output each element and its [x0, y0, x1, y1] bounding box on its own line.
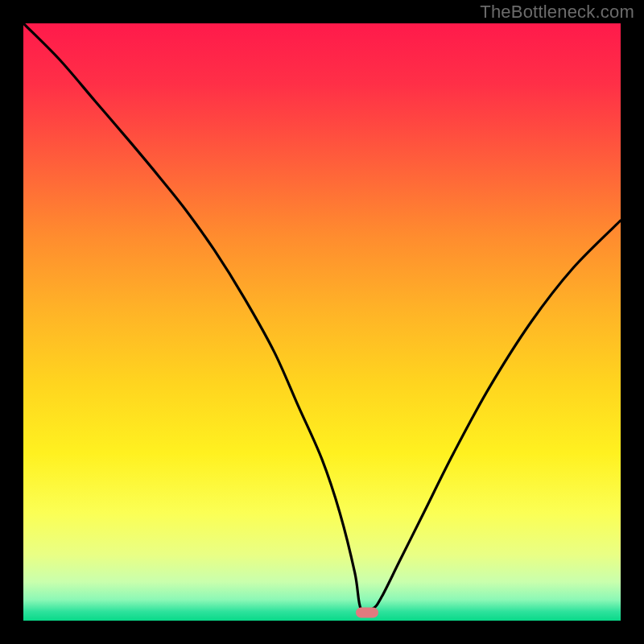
plot-area [23, 23, 621, 621]
watermark-text: TheBottleneck.com [480, 2, 634, 23]
chart-svg [23, 23, 621, 621]
chart-frame: TheBottleneck.com [0, 0, 644, 644]
optimum-marker [356, 607, 378, 617]
